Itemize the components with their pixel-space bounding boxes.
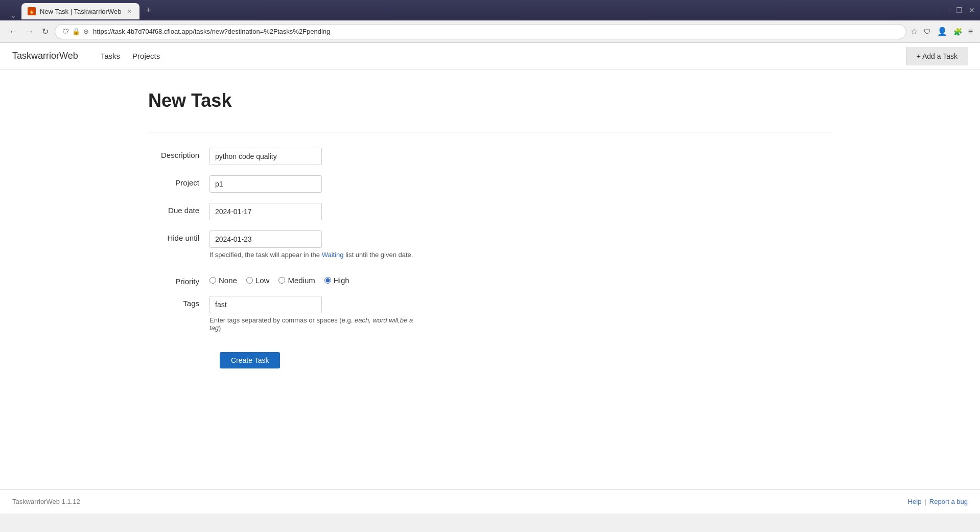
priority-none-option[interactable]: None [209,276,237,285]
priority-low-radio[interactable] [246,277,253,284]
report-bug-link[interactable]: Report a bug [929,498,968,505]
priority-high-radio[interactable] [324,277,331,284]
priority-medium-option[interactable]: Medium [278,276,315,285]
url-text: https://task.4b7d704f68.cfloat.app/tasks… [93,28,330,35]
due-date-row: Due date [148,203,832,220]
priority-label: Priority [148,274,209,286]
submit-row: Create Task [148,347,832,368]
app-nav: TaskwarriorWeb Tasks Projects + Add a Ta… [0,43,980,70]
priority-low-option[interactable]: Low [246,276,270,285]
shield-right-icon[interactable]: 🛡 [924,28,931,36]
description-label: Description [148,148,209,159]
footer-brand: TaskwarriorWeb 1.1.12 [12,498,80,505]
hide-until-help: If specified, the task will appear in th… [209,251,413,259]
priority-none-radio[interactable] [209,277,216,284]
create-task-btn[interactable]: Create Task [220,352,280,368]
project-row: Project [148,175,832,193]
description-row: Description [148,148,832,165]
priority-high-option[interactable]: High [324,276,349,285]
forward-btn[interactable]: → [24,25,36,38]
tab-dropdown-icon[interactable]: ⌄ [10,11,16,19]
nav-projects[interactable]: Projects [126,43,166,68]
menu-icon[interactable]: ≡ [968,27,973,36]
footer-divider: | [924,498,926,505]
priority-row: Priority None Low Medium High [148,274,832,286]
star-icon[interactable]: ☆ [911,27,918,36]
priority-high-label: High [334,276,349,285]
priority-group: None Low Medium High [209,274,349,285]
tab-title: New Task | TaskwarriorWeb [40,8,121,15]
priority-medium-label: Medium [288,276,315,285]
tags-row: Tags Enter tags separated by commas or s… [148,296,832,337]
app-container: TaskwarriorWeb Tasks Projects + Add a Ta… [0,43,980,514]
window-minimize-btn[interactable]: — [943,6,950,14]
priority-medium-radio[interactable] [278,277,285,284]
tab-close-btn[interactable]: × [125,7,133,15]
priority-low-label: Low [255,276,270,285]
footer-right: Help | Report a bug [908,498,968,505]
priority-none-label: None [219,276,237,285]
hide-until-help-suffix: list until the given date. [344,251,413,259]
description-input[interactable] [209,148,322,165]
window-close-btn[interactable]: ✕ [969,6,975,14]
lock-icon: 🔒 [72,28,80,35]
nav-tasks[interactable]: Tasks [95,43,126,68]
due-date-label: Due date [148,203,209,215]
app-brand: TaskwarriorWeb [12,51,78,61]
nav-right: + Add a Task [906,47,968,65]
new-tab-btn[interactable]: + [142,5,155,16]
project-label: Project [148,175,209,187]
add-task-btn[interactable]: + Add a Task [906,47,968,65]
help-link[interactable]: Help [908,498,922,505]
address-bar[interactable]: 🛡 🔒 ⊕ https://task.4b7d704f68.cfloat.app… [55,24,906,39]
project-input[interactable] [209,175,322,193]
tracking-icon: ⊕ [83,28,89,35]
main-content: New Task Description Project Due date Hi… [0,70,980,489]
active-tab[interactable]: 🔥 New Task | TaskwarriorWeb × [21,3,139,19]
reload-btn[interactable]: ↻ [40,25,51,38]
hide-until-input[interactable] [209,230,322,248]
tags-label: Tags [148,296,209,308]
tags-help: Enter tags separated by commas or spaces… [209,316,414,332]
window-maximize-btn[interactable]: ❐ [956,6,963,14]
hide-until-row: Hide until If specified, the task will a… [148,230,832,264]
footer: TaskwarriorWeb 1.1.12 Help | Report a bu… [0,489,980,514]
page-title: New Task [148,90,832,111]
tab-favicon: 🔥 [28,7,36,15]
waiting-link[interactable]: Waiting [322,251,344,259]
shield-icon: 🛡 [62,28,69,35]
form-divider [148,132,832,132]
profile-icon[interactable]: 👤 [937,27,947,36]
back-btn[interactable]: ← [7,25,19,38]
tags-input[interactable] [209,296,322,313]
hide-until-help-prefix: If specified, the task will appear in th… [209,251,322,259]
due-date-input[interactable] [209,203,322,220]
hide-until-label: Hide until [148,230,209,242]
extensions-icon[interactable]: 🧩 [953,28,962,36]
